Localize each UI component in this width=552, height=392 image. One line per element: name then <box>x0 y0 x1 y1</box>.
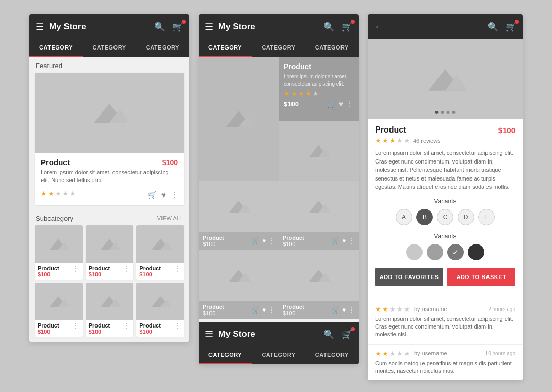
review-1: ★ ★ ★ ★ ★ by username 10 hours ago Cum s… <box>368 344 523 381</box>
subcat-img-5 <box>136 283 184 320</box>
more-dots-5[interactable]: ⋮ <box>174 322 181 330</box>
phone-3: ← 🔍 🛒 Product $100 ★ ★ ★ <box>368 14 523 380</box>
tab-category-2-2[interactable]: CATEGORY <box>252 39 305 57</box>
featured-info: Product $100 Lorem ipsum dolor sit amet,… <box>35 153 184 205</box>
hamburger-icon[interactable]: ☰ <box>36 21 44 32</box>
review-1-stars: ★ ★ ★ ★ ★ <box>375 350 410 357</box>
cart-icon-2b[interactable]: 🛒 <box>342 329 352 340</box>
more-dots-0[interactable]: ⋮ <box>72 265 79 272</box>
tab-cat-2b-2[interactable]: CATEGORY <box>252 347 305 364</box>
color-dark[interactable] <box>468 244 484 260</box>
variant-e[interactable]: E <box>478 209 495 225</box>
p2-more-icon[interactable]: ⋮ <box>268 306 274 314</box>
tab-category-2-1[interactable]: CATEGORY <box>199 39 252 57</box>
detail-product-desc: Lorem ipsum dolor sit amet, consectetur … <box>375 149 515 191</box>
more-dots-4[interactable]: ⋮ <box>123 322 130 330</box>
color-checked[interactable]: ✓ <box>447 244 464 260</box>
add-to-favorites-button[interactable]: ADD TO FAVORITES <box>375 268 443 286</box>
header-icons-2b: 🔍 🛒 <box>323 329 352 340</box>
tab-category-1[interactable]: CATEGORY <box>29 39 83 57</box>
more-action-icon[interactable]: ⋮ <box>171 191 178 199</box>
store-title-2b: My Store <box>218 329 318 339</box>
subcat-price-2: $100 <box>139 271 161 277</box>
p1-more-icon[interactable]: ⋮ <box>348 237 354 244</box>
variant-c[interactable]: C <box>437 209 453 225</box>
list-item: Product $100 ⋮ <box>86 225 134 280</box>
search-icon-2b[interactable]: 🔍 <box>323 329 334 340</box>
add-to-basket-button[interactable]: ADD TO BASKET <box>447 268 515 286</box>
subcat-info-5: Product $100 ⋮ <box>136 320 184 337</box>
p2-basket-icon[interactable]: 🛒 <box>252 306 259 314</box>
p1-basket-icon[interactable]: 🛒 <box>332 237 339 244</box>
more-dots-2[interactable]: ⋮ <box>174 265 181 272</box>
basket-action-icon[interactable]: 🛒 <box>148 191 156 199</box>
mountain-p3 <box>307 268 330 283</box>
tab-category-2[interactable]: CATEGORY <box>83 39 136 57</box>
cart-icon[interactable]: 🛒 <box>172 22 183 32</box>
subcat-info-1: Product $100 ⋮ <box>86 263 134 280</box>
p0-fav-icon[interactable]: ♥ <box>262 237 266 244</box>
search-icon-2[interactable]: 🔍 <box>323 22 334 32</box>
grid-p0-image <box>199 181 279 232</box>
variant-a[interactable]: A <box>396 209 412 225</box>
grid-p1-image <box>279 181 359 232</box>
dot-1[interactable] <box>435 111 439 114</box>
detail-header-icons: 🔍 🛒 <box>488 22 516 32</box>
dot-2[interactable] <box>441 111 444 114</box>
cart-badge-2 <box>351 20 355 24</box>
mountain-p0 <box>227 199 250 214</box>
variant-d[interactable]: D <box>458 209 474 225</box>
grid-p0-footer: Product $100 🛒 ♥ ⋮ <box>199 232 279 250</box>
tab-category-3[interactable]: CATEGORY <box>136 39 189 57</box>
grid-left-image <box>199 57 279 181</box>
color-medium[interactable] <box>427 244 443 260</box>
grid-basket-icon[interactable]: 🛒 <box>327 100 336 108</box>
favorite-action-icon[interactable]: ♥ <box>161 191 166 199</box>
hamburger-icon-2b[interactable]: ☰ <box>205 329 213 340</box>
variants-label-2: Variants <box>375 233 515 240</box>
grid-product-0: Product $100 🛒 ♥ ⋮ <box>199 181 279 250</box>
product-grid: Product Lorem ipsum dolor sit amet, cons… <box>199 57 359 319</box>
more-dots-3[interactable]: ⋮ <box>72 322 79 330</box>
p3-more-icon[interactable]: ⋮ <box>348 306 354 314</box>
variant-b[interactable]: B <box>416 209 433 225</box>
header-1: ☰ My Store 🔍 🛒 <box>29 14 189 39</box>
search-icon-3[interactable]: 🔍 <box>488 22 498 32</box>
more-dots-1[interactable]: ⋮ <box>123 265 130 272</box>
review-1-text: Cum sociis natoque penatibus et magnis d… <box>375 360 515 375</box>
p0-basket-icon[interactable]: 🛒 <box>252 237 259 244</box>
mountain-detail <box>425 67 466 92</box>
back-button[interactable]: ← <box>374 22 383 32</box>
featured-product-desc: Lorem ipsum dolor sit amet, consectetur … <box>41 169 178 185</box>
grid-fav-icon[interactable]: ♥ <box>339 100 343 108</box>
p3-basket-icon[interactable]: 🛒 <box>332 306 339 314</box>
grid-p2-footer: Product $100 🛒 ♥ ⋮ <box>199 301 279 319</box>
grid-product-2: Product $100 🛒 ♥ ⋮ <box>199 250 279 319</box>
tab-category-2-3[interactable]: CATEGORY <box>305 39 359 57</box>
subcat-info-0: Product $100 ⋮ <box>35 263 83 280</box>
grid-p3-price: $100 <box>283 310 304 316</box>
cart-icon-3[interactable]: 🛒 <box>506 22 516 32</box>
featured-product-price: $100 <box>162 158 178 167</box>
subcat-name-1: Product <box>89 265 110 271</box>
color-light[interactable] <box>406 244 423 260</box>
tab-cat-2b-3[interactable]: CATEGORY <box>305 347 359 364</box>
dot-3[interactable] <box>447 111 450 114</box>
subcat-price-1: $100 <box>89 271 110 277</box>
p1-fav-icon[interactable]: ♥ <box>342 237 346 244</box>
tab-cat-2b-1[interactable]: CATEGORY <box>199 347 252 364</box>
dot-4[interactable] <box>452 111 456 114</box>
p2-fav-icon[interactable]: ♥ <box>262 306 266 314</box>
view-all-link[interactable]: VIEW ALL <box>157 215 183 221</box>
subcat-price-0: $100 <box>38 271 59 277</box>
review-0-user: by username <box>414 306 447 312</box>
grid-more-icon[interactable]: ⋮ <box>346 100 353 108</box>
search-icon[interactable]: 🔍 <box>154 22 165 32</box>
cart-icon-2[interactable]: 🛒 <box>342 22 352 32</box>
hamburger-icon-2[interactable]: ☰ <box>205 21 213 32</box>
mountain-p2 <box>227 268 250 283</box>
p0-more-icon[interactable]: ⋮ <box>268 237 274 244</box>
variants-letters-section: Variants A B C D E <box>375 198 515 225</box>
p3-fav-icon[interactable]: ♥ <box>342 306 346 314</box>
nav-tabs-1: CATEGORY CATEGORY CATEGORY <box>29 39 189 57</box>
